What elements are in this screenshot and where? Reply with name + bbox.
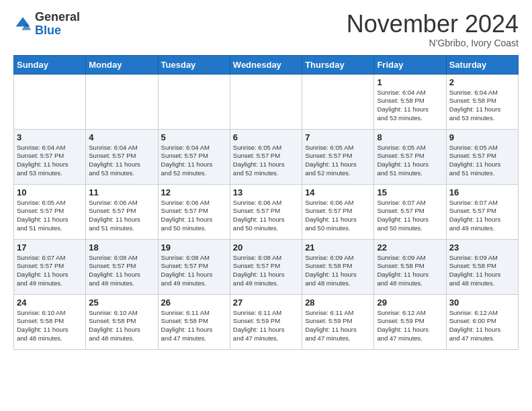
day-info: Sunrise: 6:07 AM Sunset: 5:57 PM Dayligh… xyxy=(377,199,443,233)
day-number: 16 xyxy=(449,187,515,197)
day-info: Sunrise: 6:11 AM Sunset: 5:59 PM Dayligh… xyxy=(305,309,371,343)
day-number: 7 xyxy=(305,132,371,142)
day-number: 23 xyxy=(449,242,515,253)
calendar-cell: 26Sunrise: 6:11 AM Sunset: 5:58 PM Dayli… xyxy=(158,294,230,349)
calendar-week-row: 1Sunrise: 6:04 AM Sunset: 5:58 PM Daylig… xyxy=(14,74,519,129)
day-info: Sunrise: 6:12 AM Sunset: 5:59 PM Dayligh… xyxy=(377,309,443,343)
calendar-cell: 21Sunrise: 6:09 AM Sunset: 5:58 PM Dayli… xyxy=(302,239,374,294)
day-info: Sunrise: 6:04 AM Sunset: 5:57 PM Dayligh… xyxy=(89,144,154,178)
title-block: November 2024 N'Gbribo, Ivory Coast xyxy=(347,11,519,48)
calendar-cell: 6Sunrise: 6:05 AM Sunset: 5:57 PM Daylig… xyxy=(230,129,302,184)
day-info: Sunrise: 6:05 AM Sunset: 5:57 PM Dayligh… xyxy=(17,199,83,233)
calendar-cell: 28Sunrise: 6:11 AM Sunset: 5:59 PM Dayli… xyxy=(302,294,374,349)
day-info: Sunrise: 6:09 AM Sunset: 5:58 PM Dayligh… xyxy=(449,254,515,288)
calendar-cell: 5Sunrise: 6:04 AM Sunset: 5:57 PM Daylig… xyxy=(158,129,230,184)
day-info: Sunrise: 6:07 AM Sunset: 5:57 PM Dayligh… xyxy=(449,199,515,233)
calendar-cell: 7Sunrise: 6:05 AM Sunset: 5:57 PM Daylig… xyxy=(302,129,374,184)
day-number: 26 xyxy=(161,298,227,308)
day-info: Sunrise: 6:08 AM Sunset: 5:57 PM Dayligh… xyxy=(161,254,227,288)
day-number: 4 xyxy=(89,132,154,142)
day-info: Sunrise: 6:04 AM Sunset: 5:57 PM Dayligh… xyxy=(161,144,227,178)
day-number: 14 xyxy=(305,187,371,197)
day-info: Sunrise: 6:05 AM Sunset: 5:57 PM Dayligh… xyxy=(377,144,443,178)
calendar-cell: 2Sunrise: 6:04 AM Sunset: 5:58 PM Daylig… xyxy=(446,74,518,129)
day-number: 20 xyxy=(233,242,299,253)
calendar-cell: 25Sunrise: 6:10 AM Sunset: 5:58 PM Dayli… xyxy=(86,294,158,349)
calendar-cell: 20Sunrise: 6:08 AM Sunset: 5:57 PM Dayli… xyxy=(230,239,302,294)
logo-text: General Blue xyxy=(35,11,80,38)
weekday-header: Thursday xyxy=(302,55,374,74)
day-number: 12 xyxy=(161,187,227,197)
weekday-header: Tuesday xyxy=(158,55,230,74)
day-info: Sunrise: 6:06 AM Sunset: 5:57 PM Dayligh… xyxy=(305,199,371,233)
calendar-cell: 27Sunrise: 6:11 AM Sunset: 5:59 PM Dayli… xyxy=(230,294,302,349)
day-info: Sunrise: 6:05 AM Sunset: 5:57 PM Dayligh… xyxy=(233,144,299,178)
day-info: Sunrise: 6:09 AM Sunset: 5:58 PM Dayligh… xyxy=(377,254,443,288)
day-number: 3 xyxy=(17,132,83,142)
day-number: 15 xyxy=(377,187,443,197)
calendar-table: SundayMondayTuesdayWednesdayThursdayFrid… xyxy=(13,55,519,350)
day-info: Sunrise: 6:06 AM Sunset: 5:57 PM Dayligh… xyxy=(161,199,227,233)
day-number: 18 xyxy=(89,242,154,253)
calendar-week-row: 17Sunrise: 6:07 AM Sunset: 5:57 PM Dayli… xyxy=(14,239,519,294)
calendar-cell: 8Sunrise: 6:05 AM Sunset: 5:57 PM Daylig… xyxy=(374,129,446,184)
day-info: Sunrise: 6:06 AM Sunset: 5:57 PM Dayligh… xyxy=(233,199,299,233)
calendar-cell: 11Sunrise: 6:06 AM Sunset: 5:57 PM Dayli… xyxy=(86,184,158,239)
weekday-header: Monday xyxy=(86,55,158,74)
calendar-cell: 22Sunrise: 6:09 AM Sunset: 5:58 PM Dayli… xyxy=(374,239,446,294)
weekday-header: Sunday xyxy=(14,55,86,74)
day-info: Sunrise: 6:05 AM Sunset: 5:57 PM Dayligh… xyxy=(449,144,515,178)
calendar-week-row: 10Sunrise: 6:05 AM Sunset: 5:57 PM Dayli… xyxy=(14,184,519,239)
month-title: November 2024 xyxy=(347,11,519,38)
day-info: Sunrise: 6:11 AM Sunset: 5:58 PM Dayligh… xyxy=(161,309,227,343)
calendar-cell: 12Sunrise: 6:06 AM Sunset: 5:57 PM Dayli… xyxy=(158,184,230,239)
day-info: Sunrise: 6:10 AM Sunset: 5:58 PM Dayligh… xyxy=(89,309,154,343)
calendar-header-row: SundayMondayTuesdayWednesdayThursdayFrid… xyxy=(14,55,519,74)
calendar-cell: 10Sunrise: 6:05 AM Sunset: 5:57 PM Dayli… xyxy=(14,184,86,239)
weekday-header: Friday xyxy=(374,55,446,74)
calendar-cell: 4Sunrise: 6:04 AM Sunset: 5:57 PM Daylig… xyxy=(86,129,158,184)
day-number: 17 xyxy=(17,242,83,253)
day-number: 27 xyxy=(233,298,299,308)
calendar-cell: 9Sunrise: 6:05 AM Sunset: 5:57 PM Daylig… xyxy=(446,129,518,184)
day-number: 13 xyxy=(233,187,299,197)
calendar-week-row: 3Sunrise: 6:04 AM Sunset: 5:57 PM Daylig… xyxy=(14,129,519,184)
calendar-cell: 1Sunrise: 6:04 AM Sunset: 5:58 PM Daylig… xyxy=(374,74,446,129)
day-number: 1 xyxy=(377,77,443,87)
calendar-week-row: 24Sunrise: 6:10 AM Sunset: 5:58 PM Dayli… xyxy=(14,294,519,349)
day-number: 11 xyxy=(89,187,154,197)
logo-icon xyxy=(13,15,32,34)
logo-blue-text: Blue xyxy=(35,24,61,37)
calendar-cell xyxy=(14,74,86,129)
calendar-cell: 24Sunrise: 6:10 AM Sunset: 5:58 PM Dayli… xyxy=(14,294,86,349)
day-number: 22 xyxy=(377,242,443,253)
calendar-cell: 29Sunrise: 6:12 AM Sunset: 5:59 PM Dayli… xyxy=(374,294,446,349)
day-number: 9 xyxy=(449,132,515,142)
day-info: Sunrise: 6:08 AM Sunset: 5:57 PM Dayligh… xyxy=(233,254,299,288)
day-info: Sunrise: 6:11 AM Sunset: 5:59 PM Dayligh… xyxy=(233,309,299,343)
calendar-cell xyxy=(230,74,302,129)
day-info: Sunrise: 6:10 AM Sunset: 5:58 PM Dayligh… xyxy=(17,309,83,343)
calendar-cell: 18Sunrise: 6:08 AM Sunset: 5:57 PM Dayli… xyxy=(86,239,158,294)
calendar-cell: 3Sunrise: 6:04 AM Sunset: 5:57 PM Daylig… xyxy=(14,129,86,184)
calendar-cell: 19Sunrise: 6:08 AM Sunset: 5:57 PM Dayli… xyxy=(158,239,230,294)
day-number: 5 xyxy=(161,132,227,142)
location: N'Gbribo, Ivory Coast xyxy=(347,38,519,48)
day-number: 30 xyxy=(449,298,515,308)
page: General Blue November 2024 N'Gbribo, Ivo… xyxy=(0,0,532,357)
calendar-cell: 13Sunrise: 6:06 AM Sunset: 5:57 PM Dayli… xyxy=(230,184,302,239)
calendar-cell xyxy=(158,74,230,129)
calendar-cell: 30Sunrise: 6:12 AM Sunset: 6:00 PM Dayli… xyxy=(446,294,518,349)
day-info: Sunrise: 6:07 AM Sunset: 5:57 PM Dayligh… xyxy=(17,254,83,288)
day-info: Sunrise: 6:04 AM Sunset: 5:58 PM Dayligh… xyxy=(377,89,443,123)
calendar-cell: 14Sunrise: 6:06 AM Sunset: 5:57 PM Dayli… xyxy=(302,184,374,239)
weekday-header: Wednesday xyxy=(230,55,302,74)
day-info: Sunrise: 6:06 AM Sunset: 5:57 PM Dayligh… xyxy=(89,199,154,233)
day-number: 29 xyxy=(377,298,443,308)
day-number: 25 xyxy=(89,298,154,308)
day-info: Sunrise: 6:04 AM Sunset: 5:57 PM Dayligh… xyxy=(17,144,83,178)
day-info: Sunrise: 6:05 AM Sunset: 5:57 PM Dayligh… xyxy=(305,144,371,178)
calendar-cell: 15Sunrise: 6:07 AM Sunset: 5:57 PM Dayli… xyxy=(374,184,446,239)
calendar-cell: 16Sunrise: 6:07 AM Sunset: 5:57 PM Dayli… xyxy=(446,184,518,239)
day-number: 2 xyxy=(449,77,515,87)
